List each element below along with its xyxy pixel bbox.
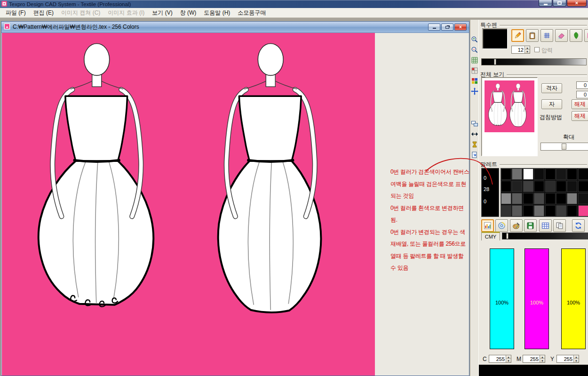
palette-disc-button[interactable] xyxy=(495,219,508,232)
document-minimize-button[interactable] xyxy=(428,24,440,31)
palette-swatch[interactable] xyxy=(545,193,556,204)
fit-page-button[interactable] xyxy=(470,151,479,159)
spin-up-button[interactable]: ▲ xyxy=(540,355,545,359)
palette-current-swatch[interactable]: 0 28 0 xyxy=(481,168,499,217)
cyan-bar[interactable]: 100% xyxy=(490,248,514,349)
palette-swatch[interactable] xyxy=(578,168,588,180)
pen-tool-mesh-button[interactable] xyxy=(540,29,553,42)
menu-item-purchase[interactable]: 소모품구매 xyxy=(234,8,270,18)
palette-swatch[interactable] xyxy=(501,205,511,216)
palette-swatch[interactable] xyxy=(523,205,533,216)
hourglass-button[interactable] xyxy=(470,140,479,148)
tile-windows-button[interactable] xyxy=(470,120,479,128)
palette-swatch[interactable] xyxy=(534,193,544,204)
palette-swatch[interactable] xyxy=(534,205,544,216)
palette-swatch[interactable] xyxy=(567,168,577,180)
palette-swatch[interactable] xyxy=(556,168,566,180)
palette-pen-button[interactable] xyxy=(510,219,523,232)
spin-down-button[interactable]: ▼ xyxy=(574,359,579,362)
spin-down-button[interactable]: ▼ xyxy=(506,359,511,362)
menu-item-help[interactable]: 도움말 (H) xyxy=(200,8,234,18)
pen-tool-paste-button[interactable] xyxy=(526,29,539,42)
ruler-release-button[interactable]: 해제 xyxy=(572,99,588,109)
pen-tool-eraser-button[interactable] xyxy=(555,29,568,42)
document-close-button[interactable]: × xyxy=(454,24,467,31)
grid-toggle-button[interactable]: 격자 xyxy=(541,83,562,93)
pressure-checkbox[interactable] xyxy=(534,47,540,52)
drawing-canvas[interactable] xyxy=(2,33,375,376)
color-cells-button[interactable] xyxy=(470,77,479,85)
pen-tool-leaf-button[interactable] xyxy=(570,29,582,42)
palette-swatch[interactable] xyxy=(567,193,577,204)
menu-item-view[interactable]: 보기 (V) xyxy=(148,8,176,18)
magenta-value-spinner[interactable]: 255 ▲▼ xyxy=(523,355,545,363)
spin-up-button[interactable]: ▲ xyxy=(574,355,579,359)
palette-table-button[interactable] xyxy=(539,219,552,232)
spin-up-button[interactable]: ▲ xyxy=(525,46,530,50)
palette-swatch[interactable] xyxy=(578,181,588,192)
overview-zoom-slider[interactable] xyxy=(540,143,588,151)
palette-swatch[interactable] xyxy=(567,181,577,192)
yellow-bar[interactable]: 100% xyxy=(561,248,586,349)
palette-swatch[interactable] xyxy=(534,168,544,180)
cmy-shade-slider[interactable] xyxy=(502,232,588,240)
palette-swatch[interactable] xyxy=(512,193,522,204)
cmy-tab[interactable]: CMY xyxy=(481,232,500,240)
capture-grid-button[interactable] xyxy=(470,66,479,74)
grid-value-field-1[interactable]: 0 xyxy=(576,81,588,89)
grid-view-button[interactable] xyxy=(470,56,479,64)
palette-swatch[interactable] xyxy=(567,205,577,216)
overview-preview[interactable] xyxy=(481,77,538,156)
menu-item-image-effect[interactable]: 이미지 효과 (I) xyxy=(104,8,148,18)
palette-save-button[interactable] xyxy=(524,219,537,232)
palette-refresh-button[interactable] xyxy=(572,219,585,232)
menu-item-image-capture[interactable]: 이미지 캡쳐 (C) xyxy=(57,8,104,18)
pen-tool-pencil-button[interactable] xyxy=(511,29,524,42)
palette-swatch[interactable] xyxy=(578,205,588,216)
close-button[interactable]: × xyxy=(567,0,587,7)
spin-down-button[interactable]: ▼ xyxy=(540,359,545,362)
palette-copy-button[interactable] xyxy=(553,219,566,232)
palette-swatch[interactable] xyxy=(556,181,566,192)
pen-tool-pink-brush-button[interactable] xyxy=(584,29,588,42)
palette-swatch[interactable] xyxy=(578,193,588,204)
document-titlebar[interactable]: C:₩Pattern₩에러파일₩변형라인.tex - 256 Colors × xyxy=(1,22,469,33)
maximize-button[interactable] xyxy=(553,0,566,7)
cyan-value-spinner[interactable]: 255 ▲▼ xyxy=(489,355,511,363)
palette-swatch[interactable] xyxy=(512,181,522,192)
palette-swatch[interactable] xyxy=(545,181,556,192)
palette-swatch[interactable] xyxy=(534,181,544,192)
palette-swatch[interactable] xyxy=(501,193,511,204)
overlap-release-button[interactable]: 해제 xyxy=(572,111,588,121)
grid-value-field-2[interactable]: 0 xyxy=(576,91,588,98)
spin-up-button[interactable]: ▲ xyxy=(506,355,511,359)
menu-item-window[interactable]: 창 (W) xyxy=(176,8,200,18)
palette-histogram-button[interactable] xyxy=(481,219,494,232)
magenta-bar[interactable]: 100% xyxy=(524,248,549,349)
cmy-shade-slider-thumb[interactable] xyxy=(506,233,509,239)
minimize-button[interactable] xyxy=(539,0,552,7)
palette-swatch[interactable] xyxy=(523,168,533,180)
yellow-value-spinner[interactable]: 255 ▲▼ xyxy=(556,355,579,363)
overview-zoom-slider-thumb[interactable] xyxy=(562,144,566,150)
palette-swatch[interactable] xyxy=(501,168,511,180)
palette-swatch[interactable] xyxy=(545,168,556,180)
palette-swatch[interactable] xyxy=(556,193,566,204)
pen-shade-slider[interactable] xyxy=(481,58,587,65)
palette-swatch[interactable] xyxy=(512,205,522,216)
menu-item-file[interactable]: 파일 (F) xyxy=(2,8,30,18)
pen-size-spinner[interactable]: 12 ▲▼ xyxy=(511,46,530,54)
menu-item-edit[interactable]: 편집 (E) xyxy=(30,8,57,18)
pen-shade-slider-thumb[interactable] xyxy=(494,59,496,65)
spin-down-button[interactable]: ▼ xyxy=(525,50,530,53)
palette-swatch[interactable] xyxy=(545,205,556,216)
palette-swatch[interactable] xyxy=(523,193,533,204)
document-restore-button[interactable] xyxy=(441,24,453,31)
swap-horizontal-button[interactable] xyxy=(470,130,479,138)
zoom-in-button[interactable] xyxy=(470,35,479,43)
palette-swatch[interactable] xyxy=(501,181,511,192)
palette-swatch[interactable] xyxy=(512,168,522,180)
palette-swatch[interactable] xyxy=(523,181,533,192)
zoom-out-button[interactable] xyxy=(470,46,479,54)
palette-swatch[interactable] xyxy=(556,205,566,216)
